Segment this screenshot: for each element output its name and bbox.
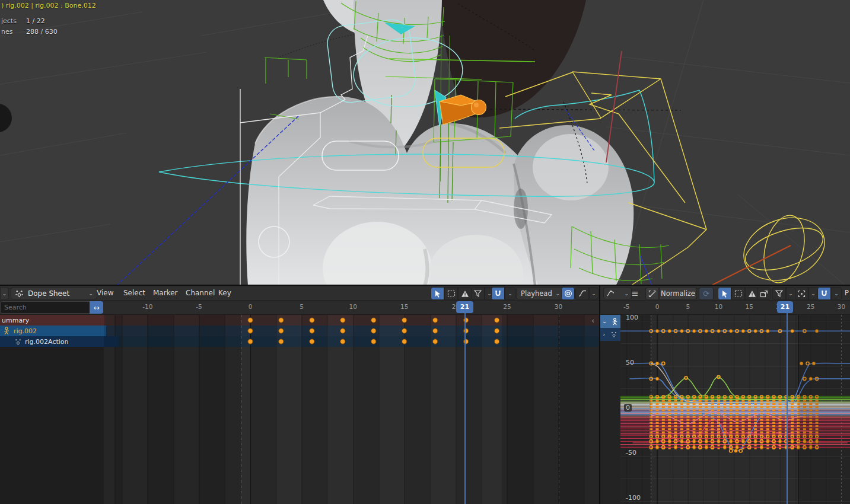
pivot-point-button[interactable] bbox=[795, 287, 808, 300]
keyframe[interactable] bbox=[340, 318, 345, 323]
menu-channel[interactable]: Channel bbox=[186, 286, 215, 300]
keyframe-point[interactable] bbox=[717, 440, 721, 444]
keyframe[interactable] bbox=[310, 318, 314, 323]
normalize-button[interactable]: Normalize bbox=[659, 287, 697, 299]
proportional-editing-button[interactable] bbox=[561, 287, 575, 300]
graph-snap-dropdown[interactable]: ⌄ bbox=[831, 287, 842, 300]
keyframe-point[interactable] bbox=[711, 435, 714, 438]
keyframe[interactable] bbox=[248, 318, 253, 323]
keyframe-point[interactable] bbox=[680, 329, 684, 333]
graph-tweak-tool-button[interactable] bbox=[718, 287, 731, 300]
keyframe-point[interactable] bbox=[739, 449, 742, 452]
keyframe-point[interactable] bbox=[791, 440, 794, 444]
graph-channel-action[interactable]: › bbox=[600, 328, 620, 341]
graph-snap-toggle-button[interactable] bbox=[817, 287, 831, 300]
tweak-tool-button[interactable] bbox=[431, 287, 444, 300]
graph-playhead-badge[interactable]: 21 bbox=[777, 301, 793, 313]
keyframe-point[interactable] bbox=[723, 446, 727, 449]
keyframe-point[interactable] bbox=[741, 329, 745, 333]
keyframe[interactable] bbox=[279, 339, 284, 344]
falloff-type-button[interactable] bbox=[575, 287, 589, 300]
editor-split-vertical[interactable] bbox=[599, 286, 600, 504]
channel-summary[interactable]: ummary bbox=[0, 315, 106, 326]
keyframe-point[interactable] bbox=[662, 435, 665, 438]
keyframe-point[interactable] bbox=[680, 435, 683, 438]
keyframe-point[interactable] bbox=[668, 329, 671, 333]
menu-key[interactable]: Key bbox=[218, 286, 231, 300]
keyframe[interactable] bbox=[279, 318, 284, 323]
keyframe-point[interactable] bbox=[791, 435, 794, 438]
graph-filter-dropdown[interactable]: ⌄ bbox=[786, 287, 795, 300]
pivot-dropdown[interactable]: ⌄ bbox=[808, 287, 818, 300]
keyframe[interactable] bbox=[494, 318, 499, 323]
keyframe-point[interactable] bbox=[655, 329, 659, 333]
keyframe-point[interactable] bbox=[655, 440, 659, 444]
graph-filter-button[interactable] bbox=[772, 287, 786, 300]
collapse-arrow[interactable]: ‹ bbox=[591, 316, 594, 325]
keyframe-point[interactable] bbox=[693, 435, 696, 438]
keyframe-point[interactable] bbox=[717, 435, 720, 438]
graph-playhead-line[interactable] bbox=[787, 302, 788, 504]
search-filter-invert-button[interactable]: ↔ bbox=[90, 301, 103, 314]
keyframe-point[interactable] bbox=[655, 446, 659, 449]
keyframe-point[interactable] bbox=[692, 329, 696, 333]
keyframe-point[interactable] bbox=[766, 440, 769, 444]
show-errors-button[interactable] bbox=[458, 287, 472, 300]
keyframe-point[interactable] bbox=[705, 329, 708, 333]
snap-dropdown[interactable]: ⌄ bbox=[505, 287, 515, 300]
graph-editor-ruler[interactable]: -5051015202530 bbox=[600, 301, 850, 315]
keyframe[interactable] bbox=[248, 339, 253, 344]
dope-playhead-badge[interactable]: 21 bbox=[456, 301, 473, 313]
keyframe[interactable] bbox=[371, 339, 376, 344]
keyframe-point[interactable] bbox=[668, 440, 671, 444]
dope-sheet-mode-dropdown[interactable]: Dope Sheet ⌄ bbox=[11, 287, 97, 299]
keyframe-point[interactable] bbox=[791, 329, 794, 333]
keyframe-point[interactable] bbox=[760, 446, 763, 449]
keyframe-point[interactable] bbox=[772, 435, 775, 438]
keyframe-point[interactable] bbox=[741, 440, 745, 444]
keyframe[interactable] bbox=[371, 328, 376, 333]
keyframe-point[interactable] bbox=[674, 446, 677, 449]
snap-toggle-button[interactable] bbox=[491, 287, 505, 300]
keyframe-point[interactable] bbox=[662, 362, 665, 365]
keyframe[interactable] bbox=[433, 339, 438, 344]
keyframe[interactable] bbox=[279, 328, 284, 333]
dope-playhead-line[interactable] bbox=[464, 302, 466, 504]
keyframe-point[interactable] bbox=[778, 440, 782, 444]
keyframe[interactable] bbox=[310, 328, 314, 333]
keyframe-point[interactable] bbox=[699, 435, 702, 438]
hamburger-menu-icon[interactable]: ≡ bbox=[631, 288, 639, 299]
keyframe-point[interactable] bbox=[729, 329, 733, 333]
keyframe-point[interactable] bbox=[705, 440, 708, 444]
keyframe[interactable] bbox=[371, 318, 376, 323]
normalize-auto-refresh-button[interactable]: ⟳ bbox=[699, 287, 714, 300]
editor-type-dropdown-clipped[interactable]: ⌄ bbox=[0, 287, 9, 299]
graph-channel-armature[interactable]: ⌄ bbox=[600, 315, 620, 328]
menu-view[interactable]: View bbox=[97, 286, 113, 300]
box-select-button[interactable] bbox=[444, 287, 458, 300]
keyframe-point[interactable] bbox=[754, 329, 757, 333]
keyframe-point[interactable] bbox=[766, 435, 769, 438]
keyframe-point[interactable] bbox=[705, 435, 708, 438]
keyframe[interactable] bbox=[494, 328, 499, 333]
graph-box-select-button[interactable] bbox=[731, 287, 745, 300]
menu-marker[interactable]: Marker bbox=[153, 286, 177, 300]
keyframe-point[interactable] bbox=[736, 446, 739, 449]
keyframe-point[interactable] bbox=[760, 435, 763, 438]
keyframe-point[interactable] bbox=[655, 377, 659, 381]
keyframe-point[interactable] bbox=[692, 440, 696, 444]
keyframe[interactable] bbox=[340, 339, 345, 344]
keyframe[interactable] bbox=[310, 339, 314, 344]
keyframe-point[interactable] bbox=[736, 435, 738, 438]
keyframe-point[interactable] bbox=[692, 446, 696, 449]
keyframe-point[interactable] bbox=[766, 329, 769, 333]
keyframe-point[interactable] bbox=[705, 446, 708, 449]
menu-select[interactable]: Select bbox=[123, 286, 145, 300]
keyframe-point[interactable] bbox=[734, 449, 738, 453]
viewport-3d[interactable] bbox=[0, 0, 850, 286]
keyframe-point[interactable] bbox=[674, 435, 677, 438]
channel-rig002action[interactable]: rig.002Action bbox=[0, 336, 118, 347]
keyframe-point[interactable] bbox=[686, 435, 689, 438]
keyframe[interactable] bbox=[494, 339, 499, 344]
channel-search-input[interactable] bbox=[0, 301, 90, 314]
